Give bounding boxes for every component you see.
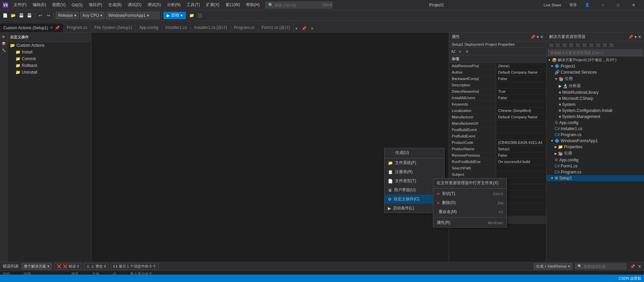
- properties-chevron-icon[interactable]: ▾: [537, 35, 539, 39]
- tab-custom-actions[interactable]: Custom Actions (Setup1) ✕ 📌: [0, 23, 64, 32]
- new-project-btn[interactable]: 📄: [1, 12, 9, 19]
- sol-tool-7[interactable]: ⬛: [588, 42, 594, 48]
- sol-ref2[interactable]: ▶ 📚 引用: [547, 150, 644, 157]
- error-warnings-btn[interactable]: ⚠ ⚠ 警告 0: [84, 263, 108, 270]
- sol-tool-1[interactable]: ⬛: [548, 42, 554, 48]
- undo-btn[interactable]: ↩: [37, 12, 44, 19]
- menu-help[interactable]: 帮助(H): [243, 1, 263, 8]
- activity-icon-1[interactable]: ⚙: [1, 34, 6, 39]
- sol-setup1[interactable]: ▼ ⚙ Setup1: [547, 175, 644, 181]
- tab-custom-actions-pin[interactable]: 📌: [55, 26, 60, 30]
- sol-tool-2[interactable]: ⬛: [555, 42, 561, 48]
- rcx-rename[interactable]: 重命名(M) F2: [433, 207, 507, 216]
- rcx-delete[interactable]: ✕ 删除(D) Del: [433, 198, 507, 207]
- tree-item-uninstall[interactable]: 📁 Uninstall: [7, 69, 91, 76]
- toolbar-extra-1[interactable]: 📁: [188, 12, 195, 19]
- live-share-btn[interactable]: Live Share: [541, 2, 564, 8]
- sol-tool-6[interactable]: ⬛: [581, 42, 588, 48]
- menu-test[interactable]: 测试(S): [145, 1, 164, 8]
- error-bar-close-icon[interactable]: ✕: [638, 264, 641, 269]
- sol-project1[interactable]: ▼ 🔷 Project1: [547, 63, 644, 69]
- tree-item-rollback[interactable]: 📁 Rollback: [7, 62, 91, 69]
- maximize-btn[interactable]: □: [610, 0, 626, 10]
- sol-analyzer[interactable]: ▶ 🔬 分析器: [547, 82, 644, 89]
- tab-program-cs[interactable]: Program.cs: [64, 23, 91, 32]
- properties-close-icon[interactable]: ✕: [540, 35, 544, 39]
- sol-sys-mgmt[interactable]: ■ System.Management: [547, 114, 644, 120]
- tab-filesystem[interactable]: File System (Setup1): [91, 23, 136, 32]
- toolbar-extra-2[interactable]: ⬛: [196, 12, 203, 19]
- sol-sys-config[interactable]: ■ System.Configuration.Install: [547, 108, 644, 114]
- sol-programcs[interactable]: C# Program.cs: [547, 132, 644, 138]
- sol-properties[interactable]: ▶ 📁 Properties: [547, 144, 644, 150]
- sol-tool-10[interactable]: ⬛: [608, 42, 614, 48]
- tree-item-install[interactable]: 📁 Install: [7, 49, 91, 55]
- menu-window[interactable]: 窗口(W): [223, 1, 243, 8]
- sub-registry[interactable]: 📋 注册表(R): [385, 167, 444, 176]
- redo-btn[interactable]: ↪: [45, 12, 52, 19]
- menu-project[interactable]: 项目(P): [86, 1, 105, 8]
- sol-connected-services[interactable]: 🔗 Connected Services: [547, 69, 644, 75]
- sol-ref[interactable]: ▼ 📚 引用: [547, 75, 644, 82]
- sol-tool-5[interactable]: ⬛: [575, 42, 581, 48]
- solution-pin-icon[interactable]: 📌: [628, 35, 633, 39]
- sol-form1[interactable]: C# Form1.cs: [547, 163, 644, 169]
- sol-installer1[interactable]: C# Installer1.cs: [547, 126, 644, 132]
- activity-icon-3[interactable]: 🔧: [1, 47, 6, 53]
- error-filter-dropdown[interactable]: 整个解决方案 ▾: [22, 263, 52, 270]
- prop-refresh-btn[interactable]: ↺: [464, 48, 470, 54]
- rcx-cut[interactable]: ✕ 剪切(T) Ctrl+X: [433, 189, 507, 198]
- error-search[interactable]: 🔍: [575, 264, 626, 269]
- sol-winformsapp[interactable]: ▼ 🔷 WindowsFormsApp1: [547, 138, 644, 144]
- tab-form1-design[interactable]: Form1.cs [设计]: [258, 23, 293, 32]
- menu-build[interactable]: 生成(B): [106, 1, 124, 8]
- tab-program-cs2[interactable]: Program.cs: [231, 23, 258, 32]
- menu-edit[interactable]: 编辑(E): [30, 1, 49, 8]
- menu-tools[interactable]: 工具(T): [184, 1, 202, 8]
- tree-item-commit[interactable]: 📁 Commit: [7, 55, 91, 62]
- title-search-input[interactable]: [275, 3, 321, 7]
- properties-pin-icon[interactable]: 📌: [530, 35, 535, 39]
- menu-extensions[interactable]: 扩展(X): [203, 1, 222, 8]
- platform-dropdown[interactable]: Any CPU ▾: [80, 12, 105, 19]
- sol-mscsharp[interactable]: ■ Microsoft.CSharp: [547, 95, 644, 102]
- build-filter-dropdown[interactable]: 生成 + IntelliSense ▾: [534, 263, 572, 270]
- tree-item-custom-actions[interactable]: 📂 Custom Actions: [7, 42, 91, 49]
- sol-tool-8[interactable]: ⬛: [595, 42, 601, 48]
- sol-tool-4[interactable]: ⬛: [568, 42, 574, 48]
- activity-icon-2[interactable]: 📦: [1, 41, 6, 46]
- sol-appconfig[interactable]: ⚙ App.config: [547, 120, 644, 126]
- title-bar-search-box[interactable]: 🔍 Ctrl+Q: [265, 2, 332, 8]
- project-dropdown[interactable]: WindowsFormsApp1 ▾: [106, 12, 160, 19]
- solution-search-input[interactable]: [548, 50, 643, 56]
- prop-sort-az-btn[interactable]: AZ: [450, 48, 456, 54]
- tab-appconfig[interactable]: App.config: [136, 23, 162, 32]
- tab-pin-btn[interactable]: 📌: [299, 25, 309, 32]
- sol-system[interactable]: ■ System: [547, 102, 644, 108]
- rcx-open-explorer[interactable]: 在文件资源管理器中打开文件夹(X): [433, 178, 507, 188]
- solution-close-icon[interactable]: ✕: [638, 35, 641, 39]
- tab-installer1[interactable]: Installer1.cs: [162, 23, 191, 32]
- menu-view[interactable]: 视图(V): [49, 1, 68, 8]
- save-all-btn[interactable]: 💾: [26, 12, 33, 19]
- error-errors-btn[interactable]: ❌ ❌ 错误 0: [54, 263, 81, 270]
- solution-search[interactable]: [547, 49, 644, 57]
- sol-appconfig2[interactable]: ⚙ App.config: [547, 157, 644, 163]
- sol-solution-root[interactable]: ▼ 📦 解决方案'Project1'(3个项目，共3个): [547, 57, 644, 63]
- config-dropdown[interactable]: Release ▾: [56, 12, 79, 19]
- open-btn[interactable]: 📂: [9, 12, 17, 19]
- sub-filesystem[interactable]: 📁 文件系统(F): [385, 158, 444, 167]
- menu-git[interactable]: Git(G): [69, 2, 85, 8]
- rcx-properties[interactable]: 属性(R) Alt+Enter: [433, 218, 507, 227]
- close-btn[interactable]: ✕: [626, 0, 641, 10]
- tab-close-panel-btn[interactable]: ✕: [309, 25, 316, 32]
- sol-iwsh[interactable]: ■ IWshRuntimeLibrary: [547, 89, 644, 95]
- menu-analyze[interactable]: 分析(N): [164, 1, 184, 8]
- minimize-btn[interactable]: −: [595, 0, 610, 10]
- save-btn[interactable]: 💾: [17, 12, 25, 19]
- ctx-build[interactable]: 生成(U): [385, 148, 444, 157]
- sol-tool-9[interactable]: ⬛: [602, 42, 608, 48]
- sol-tool-3[interactable]: ⬛: [561, 42, 567, 48]
- error-search-input[interactable]: [583, 265, 624, 269]
- menu-file[interactable]: 文件(F): [11, 1, 29, 8]
